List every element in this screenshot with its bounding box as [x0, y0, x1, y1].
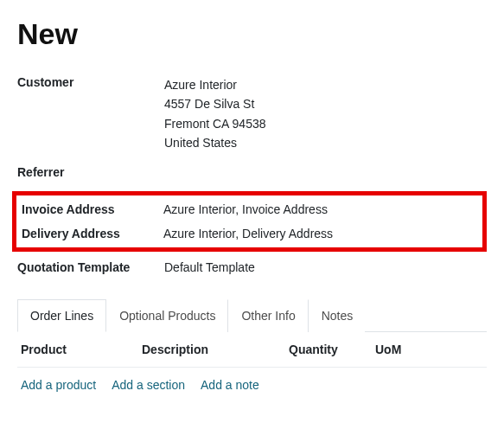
- tab-other-info[interactable]: Other Info: [228, 299, 308, 332]
- tab-order-lines[interactable]: Order Lines: [17, 299, 106, 332]
- tab-optional-products[interactable]: Optional Products: [106, 299, 228, 332]
- column-product: Product: [21, 343, 142, 356]
- add-product-link[interactable]: Add a product: [21, 378, 96, 392]
- page-title: New: [17, 17, 487, 51]
- address-highlight-box: Invoice Address Azure Interior, Invoice …: [12, 191, 487, 252]
- quotation-template-row: Quotation Template Default Template: [17, 260, 487, 274]
- referrer-row: Referrer: [17, 165, 487, 179]
- quotation-template-label: Quotation Template: [17, 260, 164, 274]
- delivery-address-value[interactable]: Azure Interior, Delivery Address: [163, 227, 477, 240]
- referrer-label: Referrer: [17, 165, 164, 179]
- column-uom: UoM: [375, 343, 444, 356]
- delivery-address-label: Delivery Address: [22, 227, 163, 240]
- invoice-address-row: Invoice Address Azure Interior, Invoice …: [22, 202, 477, 216]
- customer-row: Customer Azure Interior 4557 De Silva St…: [17, 75, 487, 153]
- customer-value[interactable]: Azure Interior 4557 De Silva St Fremont …: [164, 75, 487, 153]
- customer-name: Azure Interior: [164, 75, 487, 94]
- order-lines-header: Product Description Quantity UoM: [17, 332, 487, 368]
- tab-notes[interactable]: Notes: [309, 299, 366, 332]
- quotation-template-value[interactable]: Default Template: [164, 260, 487, 274]
- invoice-address-label: Invoice Address: [22, 202, 163, 216]
- tabs: Order Lines Optional Products Other Info…: [17, 298, 487, 332]
- add-section-link[interactable]: Add a section: [112, 378, 185, 392]
- customer-label: Customer: [17, 75, 164, 89]
- customer-street: 4557 De Silva St: [164, 94, 487, 113]
- customer-city: Fremont CA 94538: [164, 114, 487, 133]
- column-description: Description: [142, 343, 289, 356]
- invoice-address-value[interactable]: Azure Interior, Invoice Address: [163, 202, 477, 216]
- column-quantity: Quantity: [289, 343, 375, 356]
- add-note-link[interactable]: Add a note: [201, 378, 259, 392]
- customer-country: United States: [164, 133, 487, 152]
- order-lines-actions: Add a product Add a section Add a note: [17, 368, 487, 402]
- delivery-address-row: Delivery Address Azure Interior, Deliver…: [22, 227, 477, 240]
